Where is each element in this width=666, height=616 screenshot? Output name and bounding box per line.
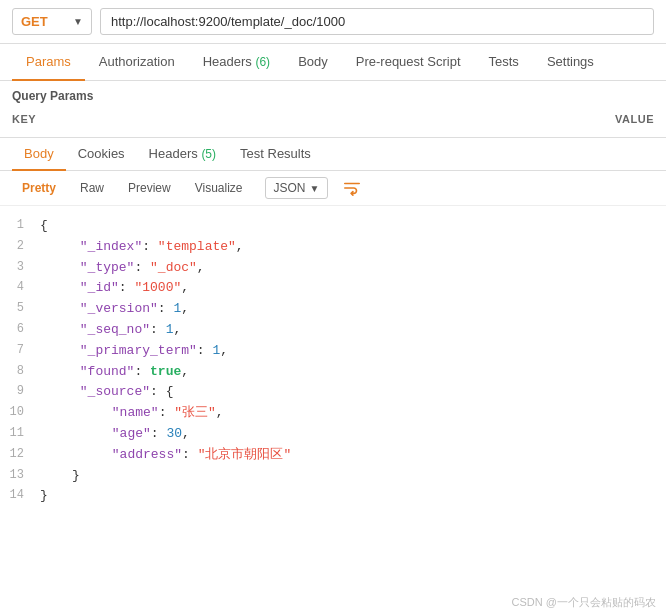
tab-tests[interactable]: Tests [475,44,533,81]
json-viewer: 1 { 2 "_index": "template", 3 "_type": "… [0,206,666,517]
url-input[interactable] [100,8,654,35]
tab-params[interactable]: Params [12,44,85,81]
tab-prerequest[interactable]: Pre-request Script [342,44,475,81]
json-line: 11 "age": 30, [0,424,666,445]
json-line: 1 { [0,216,666,237]
tab-body[interactable]: Body [284,44,342,81]
dropdown-chevron-icon: ▼ [310,183,320,194]
json-line: 7 "_primary_term": 1, [0,341,666,362]
chevron-down-icon: ▼ [73,16,83,27]
tab-response-headers[interactable]: Headers (5) [137,138,228,171]
format-raw[interactable]: Raw [70,177,114,199]
tab-response-body[interactable]: Body [12,138,66,171]
format-pretty[interactable]: Pretty [12,177,66,199]
tab-settings[interactable]: Settings [533,44,608,81]
col-value: VALUE [333,113,654,125]
json-line: 5 "_version": 1, [0,299,666,320]
json-line: 12 "address": "北京市朝阳区" [0,445,666,466]
json-line: 3 "_type": "_doc", [0,258,666,279]
query-params-section: Query Params KEY VALUE [0,81,666,138]
wrap-lines-icon[interactable] [340,178,364,198]
json-line: 10 "name": "张三", [0,403,666,424]
headers-badge: (6) [255,55,270,69]
tab-authorization[interactable]: Authorization [85,44,189,81]
top-tabs: Params Authorization Headers (6) Body Pr… [0,44,666,81]
method-select[interactable]: GET ▼ [12,8,92,35]
json-line: 14 } [0,486,666,507]
json-line: 6 "_seq_no": 1, [0,320,666,341]
query-params-label: Query Params [12,89,654,103]
method-label: GET [21,14,48,29]
response-tabs: Body Cookies Headers (5) Test Results [0,138,666,171]
col-key: KEY [12,113,333,125]
tab-test-results[interactable]: Test Results [228,138,323,171]
format-preview[interactable]: Preview [118,177,181,199]
json-line: 13 } [0,466,666,487]
params-table-header: KEY VALUE [12,109,654,129]
format-type-dropdown[interactable]: JSON ▼ [265,177,329,199]
response-headers-badge: (5) [201,147,216,161]
url-bar: GET ▼ [0,0,666,44]
json-line: 9 "_source": { [0,382,666,403]
json-line: 2 "_index": "template", [0,237,666,258]
format-bar: Pretty Raw Preview Visualize JSON ▼ [0,171,666,206]
tab-cookies[interactable]: Cookies [66,138,137,171]
format-visualize[interactable]: Visualize [185,177,253,199]
json-line: 8 "found": true, [0,362,666,383]
tab-headers[interactable]: Headers (6) [189,44,284,81]
json-line: 4 "_id": "1000", [0,278,666,299]
